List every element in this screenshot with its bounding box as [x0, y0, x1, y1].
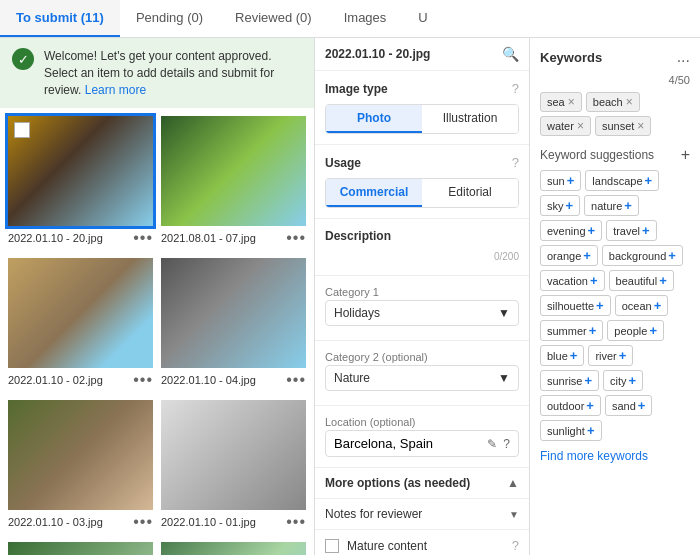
tab-to-submit[interactable]: To submit (11)	[0, 0, 120, 37]
keyword-add-icon[interactable]: +	[649, 323, 657, 338]
image-thumbnail[interactable]	[8, 400, 153, 510]
location-help-icon[interactable]: ?	[503, 437, 510, 451]
add-all-suggestions-icon[interactable]: +	[681, 146, 690, 164]
keyword-suggestion[interactable]: river+	[588, 345, 633, 366]
location-field[interactable]: Barcelona, Spain ✎ ?	[325, 430, 519, 457]
image-thumbnail[interactable]	[8, 542, 153, 555]
usage-help-icon[interactable]: ?	[512, 155, 519, 170]
keyword-add-icon[interactable]: +	[566, 198, 574, 213]
keyword-add-icon[interactable]: +	[659, 273, 667, 288]
keyword-suggestion[interactable]: people+	[607, 320, 664, 341]
image-thumbnail[interactable]	[8, 116, 153, 226]
image-footer: 2022.01.10 - 20.jpg•••	[8, 226, 153, 250]
keyword-suggestion-label: background	[609, 250, 667, 262]
keyword-add-icon[interactable]: +	[619, 348, 627, 363]
image-type-help-icon[interactable]: ?	[512, 81, 519, 96]
mature-content-help-icon[interactable]: ?	[512, 538, 519, 553]
list-item: 2021.08.01 - 07.jpg•••	[161, 116, 306, 250]
keyword-suggestion[interactable]: sunlight+	[540, 420, 602, 441]
image-checkbox[interactable]	[14, 122, 30, 138]
keyword-suggestion[interactable]: orange+	[540, 245, 598, 266]
keyword-add-icon[interactable]: +	[668, 248, 676, 263]
keyword-add-icon[interactable]: +	[567, 173, 575, 188]
image-options-icon[interactable]: •••	[286, 513, 306, 531]
image-options-icon[interactable]: •••	[133, 371, 153, 389]
image-options-icon[interactable]: •••	[133, 513, 153, 531]
keyword-add-icon[interactable]: +	[570, 348, 578, 363]
tab-u[interactable]: U	[402, 0, 443, 37]
keyword-add-icon[interactable]: +	[642, 223, 650, 238]
learn-more-link[interactable]: Learn more	[85, 83, 146, 97]
keyword-suggestion[interactable]: travel+	[606, 220, 657, 241]
keyword-remove-icon[interactable]: ×	[637, 119, 644, 133]
keyword-remove-icon[interactable]: ×	[577, 119, 584, 133]
location-edit-icon[interactable]: ✎	[487, 437, 497, 451]
keyword-remove-icon[interactable]: ×	[568, 95, 575, 109]
image-thumbnail[interactable]	[161, 258, 306, 368]
tab-images[interactable]: Images	[328, 0, 403, 37]
keyword-add-icon[interactable]: +	[587, 423, 595, 438]
description-header: Description	[325, 229, 519, 243]
keyword-remove-icon[interactable]: ×	[626, 95, 633, 109]
category1-label: Category 1	[325, 286, 519, 298]
keyword-tag-label: sea	[547, 96, 565, 108]
keyword-suggestion[interactable]: blue+	[540, 345, 584, 366]
usage-commercial-btn[interactable]: Commercial	[326, 179, 422, 207]
image-thumbnail[interactable]	[161, 400, 306, 510]
keyword-suggestion[interactable]: sunrise+	[540, 370, 599, 391]
keywords-more-icon[interactable]: ...	[677, 48, 690, 66]
usage-editorial-btn[interactable]: Editorial	[422, 179, 518, 207]
image-options-icon[interactable]: •••	[286, 229, 306, 247]
keyword-add-icon[interactable]: +	[584, 373, 592, 388]
image-type-photo-btn[interactable]: Photo	[326, 105, 422, 133]
keyword-suggestion-label: evening	[547, 225, 586, 237]
keyword-suggestion[interactable]: outdoor+	[540, 395, 601, 416]
notice-banner: ✓ Welcome! Let's get your content approv…	[0, 38, 314, 108]
category1-select[interactable]: Holidays ▼	[325, 300, 519, 326]
more-options-toggle[interactable]: More options (as needed) ▲	[315, 468, 529, 499]
mature-content-checkbox[interactable]	[325, 539, 339, 553]
keyword-add-icon[interactable]: +	[654, 298, 662, 313]
keyword-suggestion[interactable]: silhouette+	[540, 295, 611, 316]
keyword-add-icon[interactable]: +	[590, 273, 598, 288]
keyword-add-icon[interactable]: +	[645, 173, 653, 188]
image-options-icon[interactable]: •••	[133, 229, 153, 247]
image-options-icon[interactable]: •••	[286, 371, 306, 389]
keyword-add-icon[interactable]: +	[629, 373, 637, 388]
keyword-suggestion[interactable]: sky+	[540, 195, 580, 216]
keyword-suggestion[interactable]: summer+	[540, 320, 603, 341]
keyword-suggestion[interactable]: nature+	[584, 195, 639, 216]
category2-value: Nature	[334, 371, 370, 385]
keyword-suggestion[interactable]: landscape+	[585, 170, 659, 191]
keyword-suggestion[interactable]: sun+	[540, 170, 581, 191]
find-more-keywords-link[interactable]: Find more keywords	[540, 449, 690, 463]
keyword-suggestion[interactable]: ocean+	[615, 295, 669, 316]
keyword-suggestion[interactable]: sand+	[605, 395, 652, 416]
keyword-add-icon[interactable]: +	[586, 398, 594, 413]
search-icon[interactable]: 🔍	[502, 46, 519, 62]
keyword-suggestion[interactable]: city+	[603, 370, 643, 391]
keyword-suggestion[interactable]: vacation+	[540, 270, 605, 291]
keyword-add-icon[interactable]: +	[624, 198, 632, 213]
tab-pending[interactable]: Pending (0)	[120, 0, 219, 37]
image-thumbnail[interactable]	[161, 542, 306, 555]
keyword-add-icon[interactable]: +	[588, 223, 596, 238]
notes-expand-icon[interactable]: ▼	[509, 509, 519, 520]
keyword-suggestion[interactable]: beautiful+	[609, 270, 674, 291]
category1-arrow-icon: ▼	[498, 306, 510, 320]
keyword-suggestion-label: outdoor	[547, 400, 584, 412]
keyword-suggestion[interactable]: evening+	[540, 220, 602, 241]
keyword-add-icon[interactable]: +	[583, 248, 591, 263]
keyword-add-icon[interactable]: +	[589, 323, 597, 338]
image-thumbnail[interactable]	[161, 116, 306, 226]
keyword-suggestion-label: ocean	[622, 300, 652, 312]
keyword-add-icon[interactable]: +	[638, 398, 646, 413]
location-value: Barcelona, Spain	[334, 436, 433, 451]
keyword-suggestion-label: travel	[613, 225, 640, 237]
image-thumbnail[interactable]	[8, 258, 153, 368]
keyword-add-icon[interactable]: +	[596, 298, 604, 313]
keyword-suggestion[interactable]: background+	[602, 245, 683, 266]
category2-select[interactable]: Nature ▼	[325, 365, 519, 391]
tab-reviewed[interactable]: Reviewed (0)	[219, 0, 328, 37]
image-type-illustration-btn[interactable]: Illustration	[422, 105, 518, 133]
